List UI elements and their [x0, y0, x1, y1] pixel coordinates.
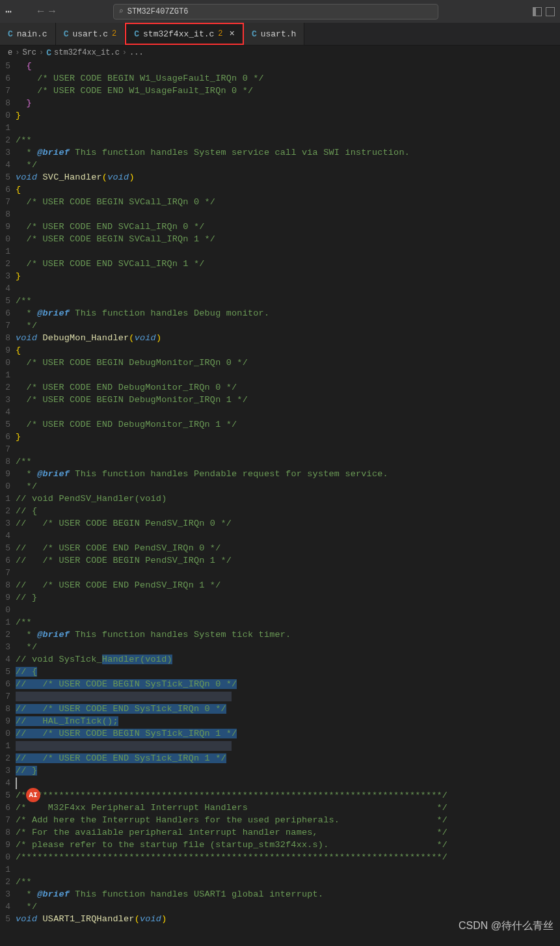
breadcrumb[interactable]: e › Src › C stm32f4xx_it.c › ...	[0, 46, 560, 60]
code-line[interactable]: 0}	[0, 109, 560, 122]
code-line[interactable]: 7	[0, 567, 560, 579]
code-line[interactable]: 3 */	[0, 641, 560, 653]
code-line[interactable]: 1	[0, 122, 560, 134]
close-icon[interactable]: ×	[229, 29, 234, 39]
code-line[interactable]: 7 /* USER CODE END W1_UsageFault_IRQn 0 …	[0, 85, 560, 97]
line-number: 9	[0, 345, 16, 355]
code-line[interactable]: 6/* M32F4xx Peripheral Interrupt Handler…	[0, 802, 560, 814]
panel-right-icon[interactable]	[546, 7, 555, 16]
code-line[interactable]: 7 /* USER CODE BEGIN SVCall_IRQn 0 */	[0, 196, 560, 208]
code-line[interactable]: 0// /* USER CODE BEGIN SysTick_IRQn 1 */	[0, 727, 560, 740]
line-number: 5	[0, 172, 16, 182]
line-number: 4	[0, 902, 16, 912]
code-line[interactable]: 2 /* USER CODE END SVCall_IRQn 1 */	[0, 258, 560, 270]
code-line[interactable]: 1	[0, 369, 560, 381]
code-line[interactable]: 2 /* USER CODE END DebugMonitor_IRQn 0 *…	[0, 381, 560, 394]
code-line[interactable]: 4 */	[0, 159, 560, 171]
code-line[interactable]: 6 * @brief This function handles Debug m…	[0, 307, 560, 319]
tab-nain.c[interactable]: C nain.c	[0, 23, 56, 45]
code-line[interactable]: 7 */	[0, 319, 560, 332]
code-line[interactable]: 0	[0, 604, 560, 616]
code-line[interactable]: 0 */	[0, 480, 560, 493]
code-line[interactable]: 5 {	[0, 60, 560, 72]
tab-usart.c[interactable]: C usart.c 2	[56, 23, 126, 45]
code-line[interactable]: 9// }	[0, 591, 560, 604]
code-line[interactable]: 4// void SysTick_Handler(void)	[0, 653, 560, 666]
code-line[interactable]: 6// /* USER CODE BEGIN PendSV_IRQn 1 */	[0, 554, 560, 567]
code-line[interactable]: 3 /* USER CODE BEGIN DebugMonitor_IRQn 1…	[0, 394, 560, 406]
code-line[interactable]: 4	[0, 282, 560, 295]
code-line[interactable]: 0 /* USER CODE BEGIN SVCall_IRQn 1 */	[0, 233, 560, 245]
code-line[interactable]: 0/**************************************…	[0, 851, 560, 863]
code-line[interactable]: 2// {	[0, 505, 560, 517]
code-line[interactable]: 1/**	[0, 616, 560, 628]
code-line[interactable]: 8/* For the available peripheral interru…	[0, 826, 560, 839]
line-number: 8	[0, 209, 16, 219]
code-line[interactable]: 1	[0, 863, 560, 876]
code-line[interactable]: 2/**	[0, 876, 560, 888]
code-line[interactable]: 8	[0, 208, 560, 221]
code-line[interactable]: 9 /* USER CODE END SVCall_IRQn 0 */	[0, 221, 560, 233]
code-line[interactable]: 8// /* USER CODE END PendSV_IRQn 1 */	[0, 579, 560, 591]
code-line[interactable]: 1	[0, 740, 560, 752]
line-number: 0	[0, 358, 16, 368]
code-line[interactable]: 9/* please refer to the startup file (st…	[0, 839, 560, 851]
code-line[interactable]: 6 /* USER CODE BEGIN W1_UsageFault_IRQn …	[0, 72, 560, 85]
code-line[interactable]: 2 * @brief This function handles System …	[0, 628, 560, 641]
code-line[interactable]: 5// /* USER CODE END PendSV_IRQn 0 */	[0, 542, 560, 554]
line-number: 3	[0, 642, 16, 652]
code-line[interactable]: 5 /* USER CODE END DebugMonitor_IRQn 1 *…	[0, 418, 560, 431]
panel-left-icon[interactable]	[533, 7, 542, 16]
code-line[interactable]: 9 * @brief This function handles Pendabl…	[0, 468, 560, 480]
code-line[interactable]: 5/**	[0, 295, 560, 307]
code-line[interactable]: 1// void PendSV_Handler(void)	[0, 493, 560, 505]
line-number: 8	[0, 580, 16, 590]
code-line[interactable]: 7	[0, 443, 560, 455]
line-number: 7	[0, 86, 16, 96]
tab-label: stm32f4xx_it.c	[143, 29, 214, 39]
ai-suggestion-icon[interactable]: AI	[26, 788, 40, 802]
line-number: 1	[0, 494, 16, 504]
code-line[interactable]: 9// HAL_IncTick();	[0, 715, 560, 727]
code-line[interactable]: 8 }	[0, 97, 560, 109]
code-editor[interactable]: 5 {6 /* USER CODE BEGIN W1_UsageFault_IR…	[0, 60, 560, 925]
code-line[interactable]: 5// {	[0, 666, 560, 678]
code-line[interactable]: 1	[0, 245, 560, 258]
code-line[interactable]: 8void DebugMon_Handler(void)	[0, 332, 560, 344]
code-line[interactable]: 9{	[0, 344, 560, 357]
line-number: 5	[0, 667, 16, 677]
c-file-icon: C	[46, 48, 51, 58]
code-line[interactable]: 7/* Add here the Interrupt Handlers for …	[0, 814, 560, 826]
code-line[interactable]: 8/**	[0, 455, 560, 468]
nav-back-icon[interactable]: ←	[38, 6, 44, 18]
code-line[interactable]: 2/**	[0, 134, 560, 146]
line-number: 2	[0, 877, 16, 887]
nav-forward-icon[interactable]: →	[49, 6, 55, 18]
code-line[interactable]: 3 * @brief This function handles USART1 …	[0, 888, 560, 900]
code-line[interactable]: 2// /* USER CODE END SysTick_IRQn 1 */	[0, 752, 560, 764]
search-input[interactable]: ⌕ STM32F407ZGT6	[113, 4, 438, 20]
watermark: CSDN @待什么青丝	[459, 919, 553, 933]
code-line[interactable]: 0 /* USER CODE BEGIN DebugMonitor_IRQn 0…	[0, 357, 560, 369]
code-line[interactable]: 5/**************************************…	[0, 789, 560, 802]
c-file-icon: C	[134, 29, 139, 39]
tab-usart.h[interactable]: C usart.h	[244, 23, 304, 45]
code-line[interactable]: 4	[0, 777, 560, 789]
code-line[interactable]: 3 * @brief This function handles System …	[0, 146, 560, 159]
code-line[interactable]: 3}	[0, 270, 560, 282]
code-line[interactable]: 4 */	[0, 900, 560, 913]
code-line[interactable]: 3// }	[0, 764, 560, 777]
tab-stm32f4xx_it.c[interactable]: C stm32f4xx_it.c 2 ×	[125, 23, 244, 45]
code-line[interactable]: 4	[0, 530, 560, 542]
code-line[interactable]: 7	[0, 690, 560, 703]
code-line[interactable]: 6// /* USER CODE BEGIN SysTick_IRQn 0 */	[0, 678, 560, 690]
code-line[interactable]: 5void SVC_Handler(void)	[0, 171, 560, 183]
tab-label: usart.c	[72, 29, 108, 39]
code-line[interactable]: 6{	[0, 183, 560, 196]
chevron-right-icon: ›	[122, 48, 127, 57]
code-line[interactable]: 8// /* USER CODE END SysTick_IRQn 0 */	[0, 703, 560, 715]
code-line[interactable]: 3// /* USER CODE BEGIN PendSV_IRQn 0 */	[0, 517, 560, 530]
menu-ellipsis-icon[interactable]: ⋯	[5, 5, 12, 18]
code-line[interactable]: 6}	[0, 431, 560, 443]
code-line[interactable]: 4	[0, 406, 560, 418]
